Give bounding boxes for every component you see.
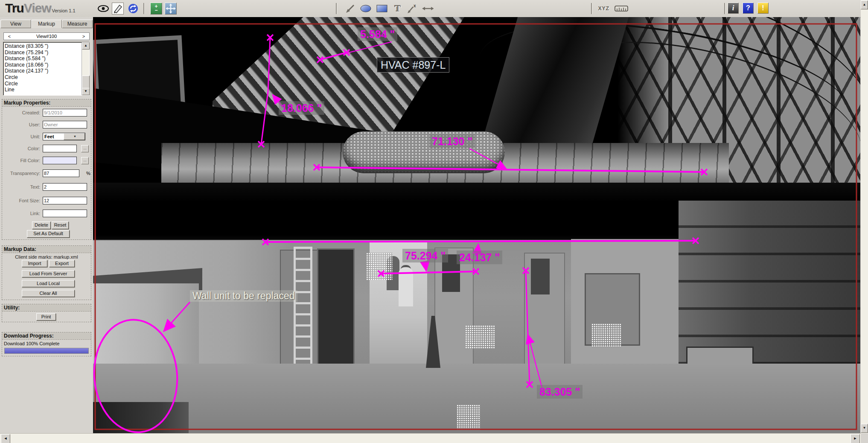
list-item[interactable]: Distance (83.305 "): [5, 43, 89, 50]
refresh-button[interactable]: [127, 3, 139, 15]
measurement-line-24-137[interactable]: [265, 241, 696, 251]
color-picker-button[interactable]: ...: [81, 145, 89, 152]
color-swatch[interactable]: [43, 145, 77, 152]
tab-measure[interactable]: Measure: [62, 20, 93, 28]
import-button[interactable]: Import: [22, 260, 47, 267]
rectangle-tool-button[interactable]: [376, 3, 388, 15]
pan-button[interactable]: [165, 3, 177, 15]
truview-app: TruViewVersion 1.1 +− T x: [0, 0, 868, 443]
zoom-button[interactable]: +−: [150, 3, 162, 15]
fill-color-picker-button[interactable]: ...: [81, 157, 89, 164]
view-navigator: < View#100 >: [3, 32, 90, 40]
list-item[interactable]: Circle: [5, 74, 89, 81]
dimension-icon: [422, 5, 434, 12]
info-icon: i: [732, 4, 734, 12]
leader-tool-button[interactable]: [344, 3, 356, 15]
user-label: User:: [2, 122, 43, 127]
svg-text:x: x: [414, 3, 416, 8]
created-field[interactable]: [43, 109, 87, 117]
measurement-line-18-066[interactable]: [261, 38, 283, 144]
measure-point-tool-button[interactable]: x: [406, 3, 418, 15]
export-button[interactable]: Export: [49, 260, 75, 267]
link-field[interactable]: [43, 210, 87, 217]
scroll-down-button[interactable]: ▼: [82, 88, 90, 95]
markup-overlay: [93, 17, 860, 433]
horizontal-scrollbar[interactable]: ◄ ►: [0, 433, 861, 443]
info-button[interactable]: i: [728, 3, 739, 14]
sidebar-tabs: View Markup Measure: [0, 20, 93, 28]
minus-icon: −: [154, 9, 157, 12]
unit-dropdown[interactable]: Feet▼: [43, 133, 85, 140]
xyz-icon: XYZ: [598, 6, 609, 12]
vertical-scrollbar[interactable]: ▲ ▼: [861, 0, 868, 433]
scroll-thumb[interactable]: [82, 76, 90, 89]
wall-note-markup[interactable]: Wall unit to be replaced: [190, 290, 297, 302]
hvac-text-markup[interactable]: HVAC #897-L: [377, 57, 449, 73]
scroll-down-button[interactable]: ▼: [861, 424, 868, 433]
measurement-label[interactable]: 71.130 ": [429, 134, 475, 148]
link-label: Link:: [2, 211, 43, 216]
text-field[interactable]: [43, 183, 87, 191]
wall-unit-leader: [164, 302, 190, 331]
measurement-label[interactable]: 83.305 ": [537, 385, 583, 399]
measurement-line-75-294[interactable]: [381, 263, 476, 274]
view-mode-button[interactable]: [97, 3, 109, 15]
utility-header: Utility:: [2, 304, 91, 312]
font-size-field[interactable]: [43, 197, 87, 204]
ruler-icon: [615, 5, 628, 12]
list-item[interactable]: Distance (24.137 "): [5, 68, 89, 74]
list-scrollbar[interactable]: ▲ ▼: [82, 42, 89, 95]
list-item[interactable]: Distance (18.066 "): [5, 62, 89, 68]
list-item[interactable]: Distance (5.584 "): [5, 55, 89, 62]
list-item[interactable]: Circle: [5, 81, 89, 87]
user-field[interactable]: [43, 121, 87, 128]
ellipse-icon: [360, 4, 372, 13]
created-label: Created:: [2, 110, 43, 115]
pano-viewport[interactable]: 5.584 " 18.066 " 71.130 " 24.137 " 75.29…: [93, 17, 860, 433]
markup-mode-button[interactable]: [112, 3, 124, 15]
ellipse-tool-button[interactable]: [360, 3, 372, 15]
measurement-line-83-305[interactable]: [526, 271, 542, 388]
progress-bar: [4, 348, 89, 354]
version-label: Version 1.1: [52, 8, 76, 13]
measurement-line-71-130[interactable]: [317, 149, 704, 172]
tab-markup[interactable]: Markup: [31, 20, 62, 28]
dimension-tool-button[interactable]: [422, 3, 434, 15]
download-progress-header: Download Progress:: [2, 332, 91, 340]
fill-color-swatch[interactable]: [43, 157, 77, 164]
scroll-left-button[interactable]: ◄: [1, 434, 10, 443]
measurement-label[interactable]: 75.294 ": [402, 249, 448, 262]
sidebar: View Markup Measure < View#100 > Distanc…: [0, 17, 93, 433]
help-button[interactable]: ?: [743, 3, 754, 14]
print-button[interactable]: Print: [36, 313, 56, 321]
next-view-button[interactable]: >: [78, 34, 89, 39]
measurement-label[interactable]: 24.137 ": [457, 251, 502, 264]
load-from-server-button[interactable]: Load From Server: [22, 270, 75, 277]
set-as-default-button[interactable]: Set As Default: [27, 230, 70, 238]
pan-arrows-icon: [166, 3, 176, 14]
transparency-field[interactable]: [43, 169, 79, 177]
load-local-button[interactable]: Load Local: [22, 280, 75, 287]
chevron-down-icon[interactable]: ▼: [64, 133, 85, 140]
pano-red-border: [95, 24, 856, 429]
delete-button[interactable]: Delete: [32, 222, 51, 229]
prev-view-button[interactable]: <: [4, 34, 15, 39]
markup-data-note: Client side marks: markup.xml: [2, 254, 91, 259]
scroll-up-button[interactable]: ▲: [82, 42, 90, 50]
measurement-label[interactable]: 18.066 ": [279, 101, 324, 115]
ruler-button[interactable]: [614, 3, 629, 15]
text-tool-button[interactable]: T: [392, 3, 404, 15]
list-item[interactable]: Line: [5, 87, 89, 93]
scroll-right-button[interactable]: ►: [851, 434, 860, 443]
rectangle-icon: [376, 4, 388, 13]
progress-fill: [5, 348, 88, 353]
reset-button[interactable]: Reset: [52, 222, 69, 229]
xyz-coordinates-button[interactable]: XYZ: [596, 3, 612, 15]
wall-unit-circle[interactable]: [93, 316, 182, 433]
list-item[interactable]: Distance (75.294 "): [5, 50, 89, 56]
tab-view[interactable]: View: [0, 20, 31, 28]
scroll-up-button[interactable]: ▲: [861, 0, 868, 9]
measurement-label[interactable]: 5.584 ": [358, 27, 397, 41]
clear-all-button[interactable]: Clear All: [22, 290, 75, 297]
alert-button[interactable]: !: [757, 3, 769, 14]
